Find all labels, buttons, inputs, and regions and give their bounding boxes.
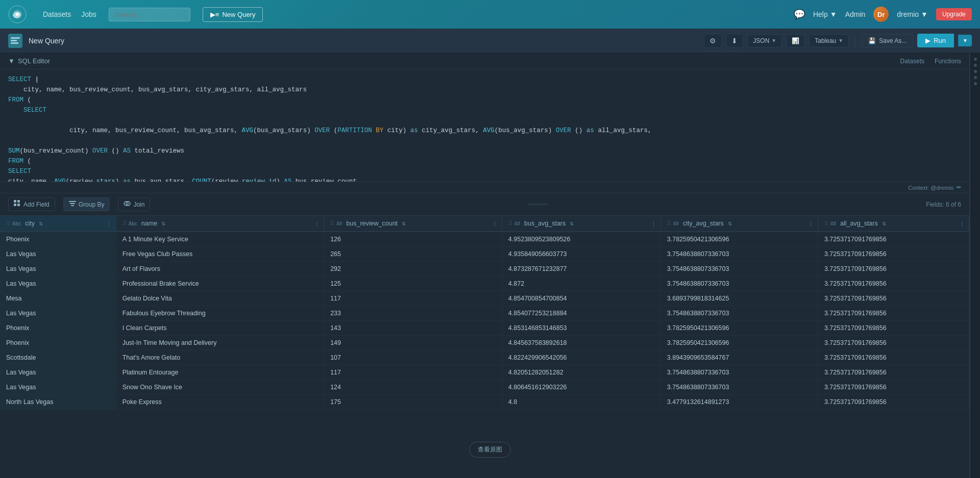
- table-cell: 4.82051282051282: [502, 365, 660, 380]
- name-col-sort: ⇅: [161, 221, 165, 227]
- table-cell: Las Vegas: [0, 306, 116, 321]
- export-icon: ⬇: [731, 37, 738, 45]
- table-cell: 233: [324, 306, 502, 321]
- brc-col-sort: ⇅: [402, 221, 406, 227]
- bas-col-label: bus_avg_stars: [524, 220, 566, 227]
- table-cell: 3.6893799818314625: [660, 291, 818, 306]
- table-cell: 4.845637583892618: [502, 336, 660, 350]
- aas-col-resize[interactable]: |: [961, 221, 963, 227]
- col-header-bus-avg-stars[interactable]: ⠿ ## bus_avg_stars ⇅ |: [502, 216, 660, 232]
- sql-code-editor[interactable]: SELECT city, name, bus_review_count, bus…: [0, 69, 969, 182]
- table-cell: 4.822429906542056: [502, 350, 660, 365]
- functions-link[interactable]: Functions: [935, 58, 961, 65]
- jobs-nav-link[interactable]: Jobs: [81, 10, 96, 18]
- settings-button[interactable]: ⚙: [704, 34, 722, 48]
- datasets-link[interactable]: Datasets: [900, 58, 924, 65]
- table-cell: 3.7548638807336703: [660, 380, 818, 395]
- bas-col-drag: ⠿: [508, 220, 512, 227]
- bas-col-type: ##: [514, 221, 520, 227]
- json-format-button[interactable]: JSON ▼: [747, 34, 782, 47]
- add-field-button[interactable]: Add Field: [8, 197, 55, 211]
- col-header-all-avg-stars[interactable]: ⠿ ## all_avg_stars ⇅ |: [818, 216, 969, 232]
- col-header-city-avg-stars[interactable]: ⠿ ## city_avg_stars ⇅ |: [660, 216, 818, 232]
- city-col-label: city: [25, 220, 35, 227]
- user-menu-button[interactable]: dremio ▼: [897, 10, 928, 18]
- nav-links: Datasets Jobs: [43, 10, 96, 18]
- new-query-button[interactable]: ▶≡ New Query: [203, 7, 263, 22]
- code-line-7: FROM (: [8, 156, 961, 166]
- col-header-city[interactable]: ⠿ Abc city ⇅ |: [0, 216, 116, 232]
- panel-dot-5: [974, 82, 977, 85]
- table-cell: 265: [324, 247, 502, 262]
- col-header-name[interactable]: ⠿ Abc name ⇅ |: [116, 216, 324, 232]
- table-cell: 3.7253717091769856: [818, 232, 969, 247]
- json-dropdown-icon: ▼: [771, 38, 776, 43]
- table-cell: Just-In Time Moving and Delivery: [116, 336, 324, 350]
- admin-button[interactable]: Admin: [845, 10, 866, 18]
- main-area: ▼ SQL Editor Datasets Functions SELECT c…: [0, 53, 980, 478]
- table-cell: Las Vegas: [0, 380, 116, 395]
- table-row: Las VegasSnow Ono Shave Ice1244.80645161…: [0, 380, 969, 395]
- tableau-button[interactable]: Tableau ▼: [809, 34, 849, 47]
- context-label: Context: @dremio: [908, 185, 953, 191]
- table-row: Las VegasPlatinum Entourage1174.82051282…: [0, 365, 969, 380]
- svg-rect-12: [71, 205, 74, 206]
- sql-editor-section[interactable]: ▼ SQL Editor: [8, 57, 50, 65]
- code-line-9: city, name, AVG(review.stars) as bus_avg…: [8, 177, 961, 182]
- new-query-icon: ▶≡: [210, 11, 219, 18]
- search-input[interactable]: [109, 8, 190, 21]
- join-button[interactable]: Join: [118, 197, 150, 211]
- table-cell: 3.7253717091769856: [818, 247, 969, 262]
- query-icon: [8, 34, 22, 48]
- table-cell: Fabulous Eyebrow Threading: [116, 306, 324, 321]
- table-cell: 3.7253717091769856: [818, 350, 969, 365]
- table-cell: 3.7548638807336703: [660, 247, 818, 262]
- table-row: Las VegasFree Vegas Club Passes2654.9358…: [0, 247, 969, 262]
- context-edit-icon[interactable]: ✏: [957, 184, 961, 191]
- run-dropdown-button[interactable]: ▼: [958, 35, 972, 46]
- code-line-4: SELECT: [8, 105, 961, 115]
- city-col-resize[interactable]: |: [108, 221, 110, 227]
- upgrade-button[interactable]: Upgrade: [936, 8, 972, 20]
- help-button[interactable]: Help ▼: [813, 10, 837, 18]
- table-cell: 117: [324, 291, 502, 306]
- city-col-sort: ⇅: [39, 221, 43, 227]
- brc-col-label: bus_review_count: [346, 220, 398, 227]
- code-line-5: city, name, bus_review_count, bus_avg_st…: [8, 115, 961, 146]
- name-col-drag: ⠿: [122, 220, 127, 227]
- user-dropdown-icon: ▼: [921, 10, 928, 18]
- col-header-bus-review-count[interactable]: ⠿ ## bus_review_count ⇅ |: [324, 216, 502, 232]
- table-cell: 3.7253717091769856: [818, 365, 969, 380]
- table-cell: 3.7253717091769856: [818, 262, 969, 276]
- code-line-8: SELECT: [8, 166, 961, 177]
- save-icon: 💾: [868, 37, 876, 44]
- export-button[interactable]: ⬇: [726, 34, 743, 48]
- table-cell: A 1 Minute Key Service: [116, 232, 324, 247]
- svg-point-2: [16, 13, 19, 16]
- svg-rect-6: [14, 200, 16, 203]
- table-cell: 175: [324, 395, 502, 410]
- table-cell: Scottsdale: [0, 350, 116, 365]
- chart-icon: 📊: [792, 37, 799, 44]
- svg-rect-4: [11, 40, 17, 41]
- chat-icon-button[interactable]: 💬: [794, 9, 805, 20]
- run-play-icon: ▶: [925, 37, 930, 44]
- bas-col-resize[interactable]: |: [653, 221, 654, 227]
- table-cell: 3.7548638807336703: [660, 306, 818, 321]
- run-button[interactable]: ▶ Run: [917, 34, 954, 47]
- editor-header: ▼ SQL Editor Datasets Functions: [0, 53, 969, 69]
- group-by-button[interactable]: Group By: [63, 197, 110, 211]
- group-by-icon: [69, 200, 76, 209]
- datasets-nav-link[interactable]: Datasets: [43, 10, 71, 18]
- cas-col-resize[interactable]: |: [810, 221, 812, 227]
- save-as-button[interactable]: 💾 Save As...: [862, 34, 913, 47]
- table-cell: Poke Express: [116, 395, 324, 410]
- results-area[interactable]: ⠿ Abc city ⇅ | ⠿ Abc name: [0, 216, 969, 478]
- brc-col-resize[interactable]: |: [494, 221, 496, 227]
- chart-icon-button[interactable]: 📊: [786, 34, 805, 47]
- svg-rect-10: [69, 201, 76, 202]
- brc-col-type: ##: [336, 221, 342, 227]
- logo-area: [8, 5, 27, 23]
- code-line-2: city, name, bus_review_count, bus_avg_st…: [8, 85, 961, 95]
- name-col-resize[interactable]: |: [316, 221, 318, 227]
